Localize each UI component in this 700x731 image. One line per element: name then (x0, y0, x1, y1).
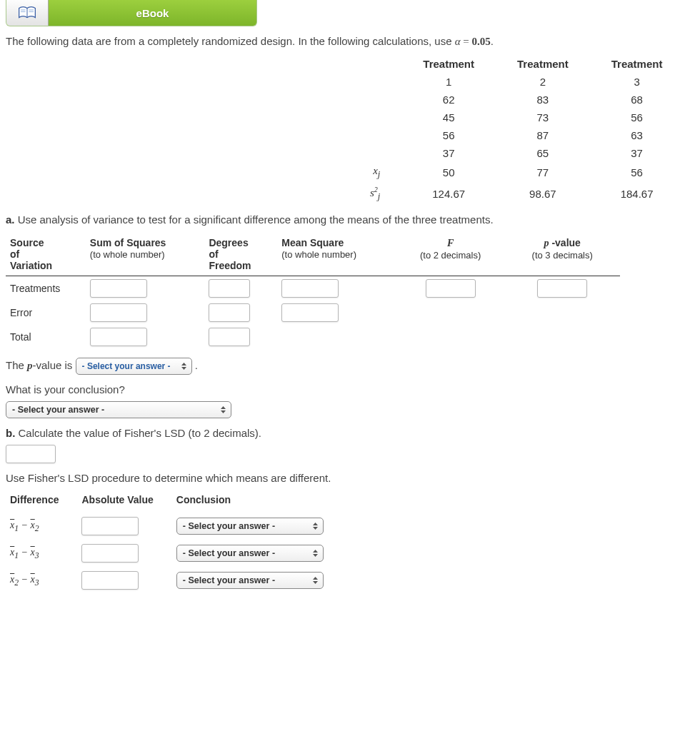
table-row: 568763 (349, 126, 684, 144)
absval-input-3[interactable] (81, 571, 139, 590)
ebook-header: eBook (6, 0, 257, 26)
part-a-text: Use analysis of variance to test for a s… (18, 213, 494, 226)
ss-total-input[interactable] (90, 328, 147, 346)
diff-label: x1 − x3 (6, 540, 77, 567)
fisher-table: Difference Absolute Value Conclusion x1 … (6, 490, 342, 594)
absval-input-2[interactable] (81, 544, 139, 563)
ss-error-input[interactable] (90, 303, 147, 322)
row-label: Error (6, 301, 86, 325)
pvalue-input[interactable] (537, 279, 587, 298)
col-sub: 3 (590, 73, 684, 91)
fisher-row: x1 − x3 - Select your answer - (6, 540, 342, 567)
table-row: 628368 (349, 91, 684, 109)
ms-error-input[interactable] (281, 303, 339, 322)
ebook-icon-box[interactable] (6, 0, 49, 26)
mean-row: xj 507756 (349, 162, 684, 183)
anova-table: SourceofVariation Sum of Squares(to whol… (6, 236, 620, 349)
df-treatments-input[interactable] (209, 279, 250, 298)
row-label: Treatments (6, 276, 86, 301)
col-sub: 2 (496, 73, 590, 91)
conclusion-select[interactable]: - Select your answer - (6, 401, 231, 418)
col-header: Treatment (401, 55, 496, 73)
diff-label: x2 − x3 (6, 567, 77, 594)
fisher-conclusion-select-3[interactable]: - Select your answer - (176, 572, 324, 589)
col-sub: 1 (401, 73, 496, 91)
stepper-icon (312, 549, 319, 558)
col-header: Conclusion (172, 490, 342, 513)
absval-input-1[interactable] (81, 517, 139, 535)
lsd-input[interactable] (6, 445, 56, 463)
diff-label: x1 − x2 (6, 513, 77, 540)
part-b-label: b. (6, 427, 15, 439)
pvalue-select[interactable]: - Select your answer - (76, 358, 192, 375)
f-input[interactable] (426, 279, 476, 298)
conclusion-question: What is your conclusion? (6, 383, 694, 395)
row-label: Total (6, 325, 86, 349)
col-header: Absolute Value (77, 490, 171, 513)
pvalue-line: The p-value is - Select your answer - . (6, 358, 694, 375)
df-error-input[interactable] (209, 303, 250, 322)
stepper-icon (312, 522, 319, 530)
ms-treatments-input[interactable] (281, 279, 339, 298)
fisher-conclusion-select-1[interactable]: - Select your answer - (176, 518, 324, 535)
part-b-text: Calculate the value of Fisher's LSD (to … (19, 427, 262, 439)
ebook-label[interactable]: eBook (49, 0, 256, 26)
part-a-prompt: a. Use analysis of variance to test for … (6, 213, 694, 226)
treatment-data-table: Treatment Treatment Treatment 1 2 3 6283… (349, 55, 684, 205)
anova-row-treatments: Treatments (6, 276, 620, 301)
intro-suffix: . (491, 35, 494, 47)
fisher-intro: Use Fisher's LSD procedure to determine … (6, 472, 694, 484)
alpha-expr: α = 0.05 (455, 36, 491, 47)
fisher-row: x2 − x3 - Select your answer - (6, 567, 342, 594)
part-b-prompt: b. Calculate the value of Fisher's LSD (… (6, 427, 694, 439)
fisher-row: x1 − x2 - Select your answer - (6, 513, 342, 540)
table-row: 457356 (349, 109, 684, 126)
ss-treatments-input[interactable] (90, 279, 147, 298)
df-total-input[interactable] (209, 328, 250, 346)
intro-text: The following data are from a completely… (6, 35, 455, 47)
col-header: Difference (6, 490, 77, 513)
stepper-icon (220, 405, 226, 414)
fisher-conclusion-select-2[interactable]: - Select your answer - (176, 545, 324, 562)
col-header: Treatment (496, 55, 590, 73)
anova-row-total: Total (6, 325, 620, 349)
part-a-label: a. (6, 213, 15, 226)
col-header: Treatment (590, 55, 684, 73)
stepper-icon (181, 362, 187, 370)
anova-row-error: Error (6, 301, 620, 325)
table-row: 376537 (349, 144, 684, 162)
stepper-icon (312, 576, 319, 585)
book-icon (18, 6, 36, 20)
variance-row: s2j 124.6798.67184.67 (349, 183, 684, 205)
problem-intro: The following data are from a completely… (6, 35, 694, 48)
